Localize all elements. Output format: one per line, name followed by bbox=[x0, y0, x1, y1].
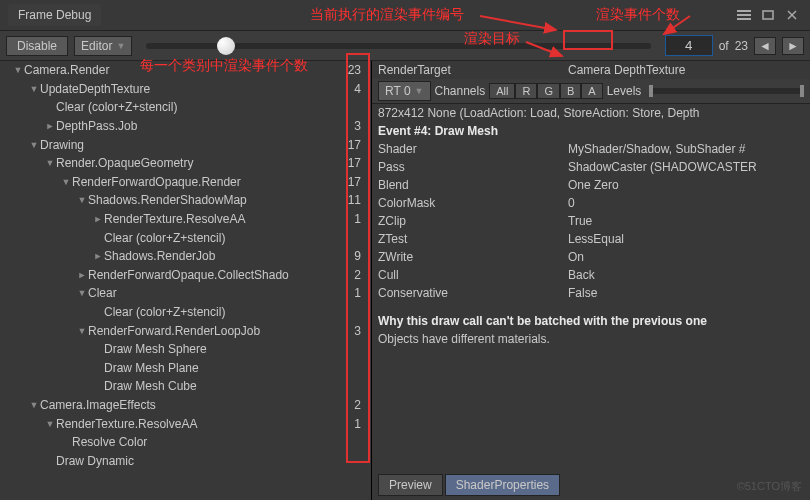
prop-value: Back bbox=[498, 268, 804, 282]
prop-key: Pass bbox=[378, 160, 498, 174]
tree-label: Render.OpaqueGeometry bbox=[56, 156, 193, 170]
tree-label: Drawing bbox=[40, 138, 84, 152]
tree-label: Camera.ImageEffects bbox=[40, 398, 156, 412]
window-tab[interactable]: Frame Debug bbox=[8, 4, 101, 26]
next-button[interactable]: ► bbox=[782, 37, 804, 55]
arrow-down-icon[interactable]: ▼ bbox=[28, 84, 40, 94]
tree-row[interactable]: ►Shadows.RenderJob9 bbox=[0, 247, 371, 266]
maximize-icon[interactable] bbox=[758, 7, 778, 23]
tree-row[interactable]: ▼UpdateDepthTexture4 bbox=[0, 80, 371, 99]
tree-count: 4 bbox=[339, 82, 367, 96]
prop-value: LessEqual bbox=[498, 232, 804, 246]
tree-label: Clear (color+Z+stencil) bbox=[56, 100, 177, 114]
slider-thumb[interactable] bbox=[217, 37, 235, 55]
rendertarget-label: RenderTarget bbox=[378, 63, 498, 77]
event-slider[interactable] bbox=[146, 43, 650, 49]
arrow-down-icon[interactable]: ▼ bbox=[44, 419, 56, 429]
tree-row[interactable]: ▼RenderForward.RenderLoopJob3 bbox=[0, 321, 371, 340]
tree-label: RenderForward.RenderLoopJob bbox=[88, 324, 260, 338]
channel-r[interactable]: R bbox=[515, 83, 537, 99]
arrow-down-icon[interactable]: ▼ bbox=[28, 140, 40, 150]
tree-label: Clear bbox=[88, 286, 117, 300]
event-title: Event #4: Draw Mesh bbox=[378, 124, 498, 138]
arrow-right-icon[interactable]: ► bbox=[44, 121, 56, 131]
channel-b[interactable]: B bbox=[560, 83, 581, 99]
tree-count: 9 bbox=[339, 249, 367, 263]
arrow-down-icon[interactable]: ▼ bbox=[60, 177, 72, 187]
tree-label: Draw Mesh Cube bbox=[104, 379, 197, 393]
tree-row[interactable]: ▼Shadows.RenderShadowMap11 bbox=[0, 191, 371, 210]
prop-value: On bbox=[498, 250, 804, 264]
tree-row[interactable]: Clear (color+Z+stencil) bbox=[0, 98, 371, 117]
tree-label: Camera.Render bbox=[24, 63, 109, 77]
rt-dropdown[interactable]: RT 0▼ bbox=[378, 81, 431, 101]
channels-label: Channels bbox=[435, 84, 486, 98]
prev-button[interactable]: ◄ bbox=[754, 37, 776, 55]
tree-row[interactable]: Draw Mesh Cube bbox=[0, 377, 371, 396]
prop-row: ZWriteOn bbox=[372, 248, 810, 266]
tree-row[interactable]: Draw Mesh Plane bbox=[0, 359, 371, 378]
channel-a[interactable]: A bbox=[581, 83, 602, 99]
arrow-down-icon[interactable]: ▼ bbox=[12, 65, 24, 75]
svg-rect-0 bbox=[737, 10, 751, 12]
tree-row[interactable]: ▼Clear1 bbox=[0, 284, 371, 303]
event-index-field[interactable] bbox=[665, 35, 713, 56]
prop-value: True bbox=[498, 214, 804, 228]
tree-row[interactable]: Clear (color+Z+stencil) bbox=[0, 303, 371, 322]
disable-button[interactable]: Disable bbox=[6, 36, 68, 56]
prop-row: ConservativeFalse bbox=[372, 284, 810, 302]
channel-g[interactable]: G bbox=[537, 83, 560, 99]
arrow-down-icon[interactable]: ▼ bbox=[76, 195, 88, 205]
prop-key: ZClip bbox=[378, 214, 498, 228]
prop-key: Blend bbox=[378, 178, 498, 192]
tree-row[interactable]: Clear (color+Z+stencil) bbox=[0, 228, 371, 247]
tree-label: Draw Mesh Sphere bbox=[104, 342, 207, 356]
tree-label: Resolve Color bbox=[72, 435, 147, 449]
tree-row[interactable]: ▼Drawing17 bbox=[0, 135, 371, 154]
tree-row[interactable]: Draw Mesh Sphere bbox=[0, 340, 371, 359]
tree-label: Draw Mesh Plane bbox=[104, 361, 199, 375]
tree-count: 1 bbox=[339, 417, 367, 431]
tree-row[interactable]: Resolve Color bbox=[0, 433, 371, 452]
arrow-down-icon[interactable]: ▼ bbox=[76, 288, 88, 298]
tree-row[interactable]: ▼Camera.ImageEffects2 bbox=[0, 396, 371, 415]
channel-all[interactable]: All bbox=[489, 83, 515, 99]
tree-count: 23 bbox=[339, 63, 367, 77]
event-tree[interactable]: ▼Camera.Render23▼UpdateDepthTexture4Clea… bbox=[0, 61, 372, 500]
tree-count: 17 bbox=[339, 156, 367, 170]
tree-label: UpdateDepthTexture bbox=[40, 82, 150, 96]
tree-row[interactable]: ▼Camera.Render23 bbox=[0, 61, 371, 80]
tree-row[interactable]: ►RenderTexture.ResolveAA1 bbox=[0, 210, 371, 229]
arrow-down-icon[interactable]: ▼ bbox=[44, 158, 56, 168]
arrow-right-icon[interactable]: ► bbox=[92, 251, 104, 261]
arrow-right-icon[interactable]: ► bbox=[92, 214, 104, 224]
arrow-down-icon[interactable]: ▼ bbox=[76, 326, 88, 336]
prop-key: Conservative bbox=[378, 286, 498, 300]
detail-panel: RenderTarget Camera DepthTexture RT 0▼ C… bbox=[372, 61, 810, 500]
menu-icon[interactable] bbox=[734, 7, 754, 23]
prop-row: CullBack bbox=[372, 266, 810, 284]
close-icon[interactable] bbox=[782, 7, 802, 23]
prop-key: Shader bbox=[378, 142, 498, 156]
arrow-right-icon[interactable]: ► bbox=[76, 270, 88, 280]
tree-row[interactable]: ►RenderForwardOpaque.CollectShado2 bbox=[0, 266, 371, 285]
tree-count: 17 bbox=[339, 138, 367, 152]
tree-row[interactable]: ▼Render.OpaqueGeometry17 bbox=[0, 154, 371, 173]
prop-key: Cull bbox=[378, 268, 498, 282]
tree-row[interactable]: ►DepthPass.Job3 bbox=[0, 117, 371, 136]
tree-label: Clear (color+Z+stencil) bbox=[104, 305, 225, 319]
tab-shaderproperties[interactable]: ShaderProperties bbox=[445, 474, 560, 496]
target-label: Editor bbox=[81, 39, 112, 53]
prop-row: PassShadowCaster (SHADOWCASTER bbox=[372, 158, 810, 176]
arrow-down-icon[interactable]: ▼ bbox=[28, 400, 40, 410]
tree-row[interactable]: ▼RenderForwardOpaque.Render17 bbox=[0, 173, 371, 192]
prop-key: ZTest bbox=[378, 232, 498, 246]
tree-label: DepthPass.Job bbox=[56, 119, 137, 133]
tree-row[interactable]: Draw Dynamic bbox=[0, 451, 371, 470]
tree-label: RenderForwardOpaque.CollectShado bbox=[88, 268, 289, 282]
target-dropdown[interactable]: Editor ▼ bbox=[74, 36, 132, 56]
prop-row: BlendOne Zero bbox=[372, 176, 810, 194]
tree-row[interactable]: ▼RenderTexture.ResolveAA1 bbox=[0, 414, 371, 433]
levels-slider[interactable] bbox=[649, 88, 804, 94]
tab-preview[interactable]: Preview bbox=[378, 474, 443, 496]
